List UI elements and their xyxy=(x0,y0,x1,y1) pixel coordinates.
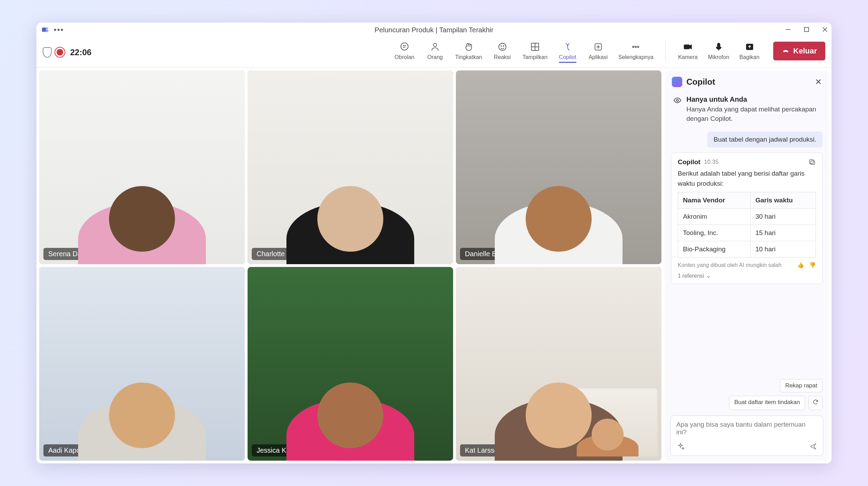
svg-point-11 xyxy=(499,43,506,51)
mic-button[interactable]: Mikrofon xyxy=(708,42,729,60)
teams-app-icon xyxy=(41,26,49,34)
suggestion-chips: Rekap rapat Buat daftar item tindakan xyxy=(665,376,829,413)
maximize-button[interactable] xyxy=(804,27,809,33)
minimize-button[interactable] xyxy=(785,26,791,34)
thumbs-down-button[interactable]: 👎 xyxy=(809,262,816,268)
video-grid: Serena Davis Charlotte de Crum Danielle … xyxy=(39,70,661,461)
shield-icon[interactable] xyxy=(43,47,52,58)
titlebar: ••• Peluncuran Produk | Tampilan Terakhi… xyxy=(36,23,832,37)
svg-point-1 xyxy=(46,27,48,30)
leave-button[interactable]: Keluar xyxy=(773,42,825,60)
svg-point-20 xyxy=(633,46,634,48)
copilot-logo-icon xyxy=(672,77,682,87)
participant-tile[interactable]: Serena Davis xyxy=(39,70,245,264)
svg-point-13 xyxy=(503,46,504,47)
table-row: Bio-Packaging10 hari xyxy=(678,241,816,258)
response-author: Copilot xyxy=(678,158,700,166)
production-table: Nama VendorGaris waktu Akronim30 hari To… xyxy=(678,192,816,258)
thumbs-up-button[interactable]: 👍 xyxy=(797,262,804,268)
more-button[interactable]: Selengkapnya xyxy=(618,42,653,60)
suggestion-chip[interactable]: Rekap rapat xyxy=(780,379,823,392)
meeting-timer: 22:06 xyxy=(70,48,91,57)
participant-tile[interactable]: Charlotte de Crum xyxy=(248,70,453,264)
svg-rect-28 xyxy=(810,160,813,164)
meeting-title: Peluncuran Produk | Tampilan Terakhir xyxy=(375,26,493,34)
privacy-notice: Hanya untuk Anda Hanya Anda yang dapat m… xyxy=(665,93,829,128)
svg-point-10 xyxy=(433,43,436,47)
participant-tile[interactable]: Kat Larsson Daniela Mandera xyxy=(456,267,661,461)
references-toggle[interactable]: 1 referensi xyxy=(678,272,816,279)
camera-button[interactable]: Kamera xyxy=(677,42,698,60)
copilot-button[interactable]: Copilot xyxy=(557,42,578,63)
participant-tile[interactable]: Aadi Kapoor xyxy=(39,267,245,461)
copy-button[interactable] xyxy=(808,158,816,166)
copilot-title: Copilot xyxy=(686,77,811,87)
share-button[interactable]: Bagikan xyxy=(739,42,760,60)
compose-box[interactable] xyxy=(670,416,823,456)
svg-rect-0 xyxy=(42,28,46,32)
react-button[interactable]: Reaksi xyxy=(492,42,513,60)
svg-point-26 xyxy=(676,99,678,101)
svg-rect-27 xyxy=(811,161,815,165)
response-text: Berikut adalah tabel yang berisi daftar … xyxy=(678,169,816,188)
participant-tile[interactable]: Jessica Kline xyxy=(248,267,453,461)
eye-icon xyxy=(673,97,682,104)
raise-hand-button[interactable]: Tingkatkan xyxy=(455,42,482,60)
recording-indicator-icon xyxy=(57,49,63,56)
more-menu-icon[interactable]: ••• xyxy=(54,25,64,34)
svg-point-21 xyxy=(635,46,637,48)
user-message: Buat tabel dengan jadwal produksi. xyxy=(707,132,823,148)
meeting-toolbar: 22:06 Obrolan Orang Tingkatkan Reaksi Ta… xyxy=(36,37,832,68)
svg-rect-23 xyxy=(684,45,690,49)
close-panel-button[interactable]: ✕ xyxy=(815,77,822,87)
table-row: Akronim30 hari xyxy=(678,209,816,225)
view-button[interactable]: Tampilkan xyxy=(523,42,548,60)
response-time: 10.35 xyxy=(704,159,805,166)
send-button[interactable] xyxy=(809,442,817,452)
participant-tile[interactable]: Danielle Booker xyxy=(456,70,661,264)
copilot-panel: Copilot ✕ Hanya untuk Anda Hanya Anda ya… xyxy=(665,70,829,461)
table-row: Tooling, Inc.15 hari xyxy=(678,225,816,241)
svg-point-22 xyxy=(638,46,639,48)
teams-meeting-window: ••• Peluncuran Produk | Tampilan Terakhi… xyxy=(36,23,832,463)
close-window-button[interactable] xyxy=(822,26,828,34)
message-input[interactable] xyxy=(676,421,817,439)
copilot-response-card: Copilot 10.35 Berikut adalah tabel yang … xyxy=(671,152,823,284)
chat-button[interactable]: Obrolan xyxy=(394,42,415,60)
svg-rect-2 xyxy=(46,30,48,32)
svg-point-12 xyxy=(501,46,501,47)
apps-button[interactable]: Aplikasi xyxy=(588,42,609,60)
suggestion-chip[interactable]: Buat daftar item tindakan xyxy=(729,396,805,410)
refresh-suggestions-button[interactable] xyxy=(809,396,823,410)
people-button[interactable]: Orang xyxy=(425,42,445,60)
sparkle-icon[interactable] xyxy=(676,442,685,452)
svg-point-7 xyxy=(401,43,408,50)
ai-disclaimer: Konten yang dibuat oleh AI mungkin salah xyxy=(678,262,782,268)
copilot-chat: Buat tabel dengan jadwal produksi. Copil… xyxy=(665,128,829,376)
svg-rect-4 xyxy=(804,27,809,32)
